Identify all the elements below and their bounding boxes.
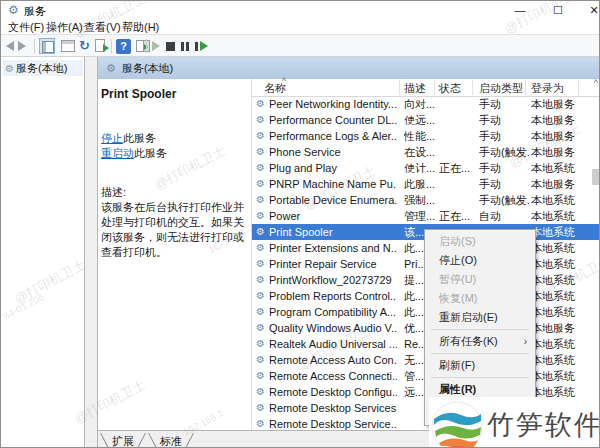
service-gear-icon: ⚙ (256, 96, 265, 112)
service-logon-as: 本地系统 (531, 336, 577, 352)
restart-service-link[interactable]: 重启动 (101, 147, 134, 159)
properties-icon[interactable] (61, 40, 75, 52)
column-separator[interactable] (578, 80, 579, 95)
menu-separator (431, 353, 529, 354)
refresh-icon[interactable]: ↻ (79, 38, 90, 53)
column-separator[interactable] (399, 80, 400, 95)
service-description: 使远... (404, 112, 437, 128)
service-row[interactable]: ⚙Phone Service在设...手动(触发...本地服务 (252, 144, 600, 160)
service-startup-type: 手动 (479, 176, 529, 192)
stop-service-link[interactable]: 停止 (101, 132, 123, 144)
service-gear-icon: ⚙ (256, 256, 265, 272)
context-menu-item: 暂停(U) (425, 270, 535, 289)
toolbar-separator (34, 39, 35, 53)
service-logon-as: 本地系统 (531, 352, 577, 368)
service-logon-as: 本地系统 (531, 304, 577, 320)
column-header-4[interactable]: 登录为 (531, 81, 564, 96)
scrollbar-up-icon[interactable]: ^ (594, 78, 598, 88)
column-separator[interactable] (472, 80, 473, 95)
title-bar: ⚙ 服务 — ☐ ✕ (1, 1, 599, 20)
context-menu-item[interactable]: 所有任务(K)› (425, 332, 535, 351)
description-label: 描述: (101, 185, 126, 200)
close-button[interactable]: ✕ (583, 3, 600, 18)
help-icon[interactable]: ? (116, 39, 131, 54)
column-header-3[interactable]: 启动类型 (479, 81, 523, 96)
service-logon-as: 本地系统 (531, 240, 577, 256)
service-logon-as: 本地系统 (531, 368, 577, 384)
view-tab-inactive[interactable]: 标准 (148, 433, 194, 448)
service-row[interactable]: ⚙Plug and Play使计...正在...手动本地系统 (252, 160, 600, 176)
maximize-button[interactable]: ☐ (547, 3, 569, 18)
column-header-1[interactable]: 描述 (404, 81, 426, 96)
service-status (439, 112, 477, 128)
start-service-icon[interactable] (152, 41, 160, 51)
service-name: Realtek Audio Universal ... (269, 336, 397, 352)
service-gear-icon: ⚙ (256, 128, 265, 144)
service-gear-icon: ⚙ (256, 304, 265, 320)
column-separator[interactable] (525, 80, 526, 95)
tree-item-services-local[interactable]: ⚙服务(本地) (3, 60, 83, 76)
show-console-tree-icon[interactable] (39, 38, 55, 54)
column-header-0[interactable]: 名称 (264, 81, 286, 96)
panel-splitter[interactable] (85, 57, 98, 448)
service-status: 正在... (439, 208, 477, 224)
stop-service-icon[interactable] (166, 42, 175, 51)
service-gear-icon: ⚙ (256, 288, 265, 304)
context-menu-item[interactable]: 重新启动(E) (425, 308, 535, 327)
service-gear-icon: ⚙ (256, 272, 265, 288)
context-menu-item[interactable]: 刷新(F) (425, 356, 535, 375)
minimize-button[interactable]: — (509, 3, 531, 18)
band-title: 服务(本地) (122, 62, 173, 74)
export-list-icon[interactable] (95, 39, 105, 52)
selected-service-name: Print Spooler (101, 87, 176, 101)
service-logon-as: 本地系统 (531, 272, 577, 288)
column-separator[interactable] (434, 80, 435, 95)
menu-item-1[interactable]: 操作(A) (46, 20, 83, 35)
site-logo: 竹笋软件园 (429, 397, 600, 448)
service-name: Performance Logs & Aler... (269, 128, 397, 144)
site-logo-text: 竹笋软件园 (487, 407, 600, 443)
service-row[interactable]: ⚙Power管理...正在...自动本地系统 (252, 208, 600, 224)
service-row[interactable]: ⚙Performance Counter DL...使远...手动本地服务 (252, 112, 600, 128)
context-menu-item: 启动(S) (425, 232, 535, 251)
context-menu-item: 恢复(M) (425, 289, 535, 308)
service-name: Peer Networking Identity... (269, 96, 397, 112)
service-description: 性能... (404, 128, 437, 144)
service-gear-icon: ⚙ (256, 224, 265, 240)
column-header-2[interactable]: 状态 (439, 81, 461, 96)
service-row[interactable]: ⚙Portable Device Enumera...强制...手动(触发...… (252, 192, 600, 208)
extended-panel: Print Spooler 停止此服务 重启动此服务 描述: 该服务在后台执行打… (98, 79, 250, 430)
service-logon-as: 本地服务 (531, 112, 577, 128)
service-name: Performance Counter DL... (269, 112, 397, 128)
service-row[interactable]: ⚙PNRP Machine Name Pu...此服...手动本地服务 (252, 176, 600, 192)
action-pane-icon[interactable] (136, 40, 150, 52)
menu-item-3[interactable]: 帮助(H) (122, 20, 159, 35)
window-title: 服务 (24, 4, 46, 19)
service-status (439, 144, 477, 160)
service-status (439, 96, 477, 112)
pause-service-icon[interactable] (181, 42, 190, 51)
restart-service-icon[interactable] (195, 42, 207, 51)
service-gear-icon: ⚙ (256, 336, 265, 352)
service-description: 在设... (404, 144, 437, 160)
stop-service-line: 停止此服务 (101, 131, 167, 146)
service-gear-icon: ⚙ (256, 384, 265, 400)
context-menu-item[interactable]: 停止(O) (425, 251, 535, 270)
service-startup-type: 手动 (479, 128, 529, 144)
menu-item-0[interactable]: 文件(F) (8, 20, 44, 35)
service-startup-type: 手动(触发... (479, 192, 529, 208)
service-name: Remote Access Connecti... (269, 368, 397, 384)
services-gear-icon: ⚙ (8, 3, 19, 17)
list-header: ^ ^ 名称描述状态启动类型登录为 (252, 79, 600, 97)
forward-icon[interactable] (18, 41, 26, 51)
service-status (439, 128, 477, 144)
service-gear-icon: ⚙ (256, 240, 265, 256)
service-row[interactable]: ⚙Performance Logs & Aler...性能...手动本地服务 (252, 128, 600, 144)
view-tab-active[interactable]: 扩展 (100, 433, 146, 448)
menu-item-2[interactable]: 查看(V) (84, 20, 121, 35)
tree-item-label: 服务(本地) (16, 62, 67, 74)
view-tab-label: 标准 (148, 433, 194, 448)
back-icon[interactable] (6, 41, 14, 51)
service-row[interactable]: ⚙Peer Networking Identity...向对...手动本地服务 (252, 96, 600, 112)
service-gear-icon: ⚙ (256, 352, 265, 368)
